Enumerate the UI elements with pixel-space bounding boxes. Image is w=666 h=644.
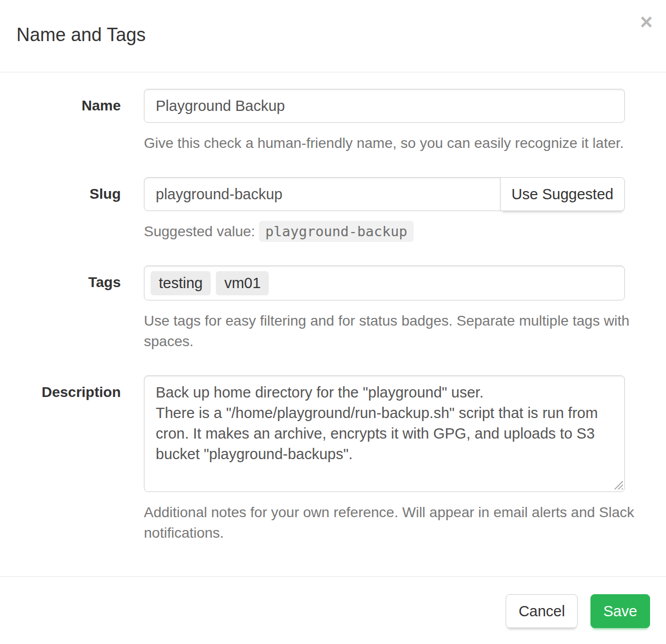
save-button[interactable]: Save: [590, 594, 650, 628]
description-textarea[interactable]: Back up home directory for the "playgrou…: [144, 375, 625, 492]
description-help-text: Additional notes for your own reference.…: [144, 502, 645, 543]
name-label: Name: [16, 89, 144, 154]
description-field-row: Description Back up home directory for t…: [16, 375, 650, 543]
cancel-button[interactable]: Cancel: [506, 594, 578, 628]
name-input[interactable]: [144, 89, 625, 123]
tag-chip[interactable]: vm01: [216, 271, 269, 295]
name-and-tags-dialog: Name and Tags × Name Give this check a h…: [0, 0, 666, 644]
use-suggested-button[interactable]: Use Suggested: [500, 177, 625, 211]
tags-label: Tags: [16, 266, 144, 352]
tags-input[interactable]: testing vm01: [144, 266, 625, 300]
slug-label: Slug: [16, 177, 144, 242]
name-field-row: Name Give this check a human-friendly na…: [16, 89, 650, 154]
slug-input[interactable]: [144, 177, 501, 211]
dialog-footer: Cancel Save: [0, 576, 666, 644]
tags-help-text: Use tags for easy filtering and for stat…: [144, 311, 645, 352]
dialog-body: Name Give this check a human-friendly na…: [0, 72, 666, 576]
name-help-text: Give this check a human-friendly name, s…: [144, 133, 645, 154]
tags-field-row: Tags testing vm01 Use tags for easy filt…: [16, 266, 650, 352]
dialog-header: Name and Tags ×: [0, 0, 666, 72]
slug-input-group: Use Suggested: [144, 177, 625, 211]
slug-field-row: Slug Use Suggested Suggested value: play…: [16, 177, 650, 242]
suggested-value-prefix: Suggested value:: [144, 223, 255, 239]
suggested-value-code: playground-backup: [259, 221, 413, 242]
close-icon[interactable]: ×: [640, 11, 653, 33]
tag-chip[interactable]: testing: [151, 271, 211, 295]
dialog-title: Name and Tags: [16, 25, 650, 45]
description-label: Description: [16, 375, 144, 543]
slug-help-text: Suggested value: playground-backup: [144, 221, 645, 242]
